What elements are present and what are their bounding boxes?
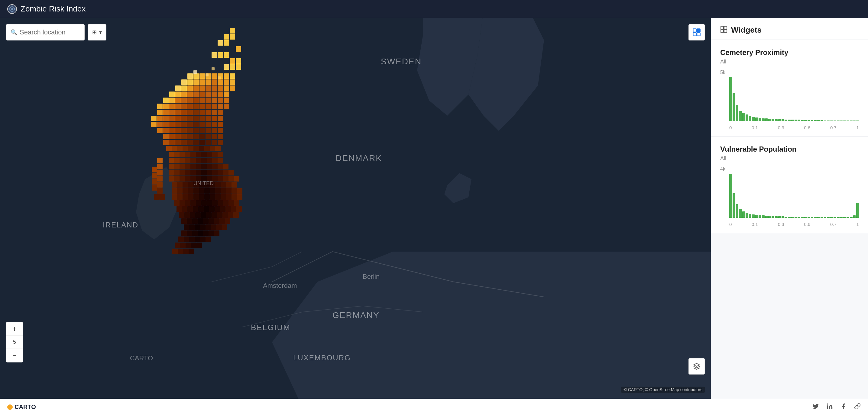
svg-rect-174 [168, 164, 174, 169]
svg-rect-81 [175, 109, 181, 115]
svg-rect-334 [193, 70, 197, 74]
svg-rect-244 [221, 194, 226, 200]
svg-rect-106 [181, 122, 187, 127]
cemetery-chart-x-axis: 0 0.1 0.3 0.6 0.7 1 [729, 125, 859, 130]
topbar: Zombie Risk Index [0, 0, 868, 18]
svg-rect-172 [212, 158, 218, 163]
search-box[interactable]: 🔍 [6, 24, 85, 40]
x-label-03: 0.3 [778, 125, 784, 130]
map-svg: SWEDEN DENMARK IRELAND Amsterdam Berlin … [0, 18, 711, 399]
chart-bar-0 [729, 174, 732, 218]
chart-bar-0 [729, 77, 732, 121]
svg-rect-49 [193, 92, 199, 97]
svg-rect-96 [193, 116, 199, 121]
widget-cemetery-proximity: Cemetery Proximity All 5k 0 0.1 0.3 0.6 … [711, 40, 868, 136]
chart-bar-23 [804, 120, 807, 121]
svg-rect-350 [693, 33, 696, 36]
search-input[interactable] [20, 28, 80, 36]
svg-rect-86 [206, 109, 211, 115]
chart-bar-32 [834, 217, 836, 218]
chart-bar-13 [772, 119, 774, 121]
svg-rect-354 [721, 30, 723, 32]
chart-bar-19 [791, 120, 794, 121]
svg-rect-291 [225, 218, 230, 224]
zoom-in-button[interactable]: + [6, 322, 23, 336]
svg-rect-146 [177, 146, 183, 151]
svg-rect-134 [163, 140, 168, 145]
vulnerable-chart-x-axis: 0 0.1 0.3 0.6 0.7 1 [729, 222, 859, 227]
svg-rect-15 [224, 64, 229, 70]
svg-rect-329 [157, 182, 163, 188]
svg-text:SWEDEN: SWEDEN [381, 57, 422, 66]
zoom-out-button[interactable]: − [6, 349, 23, 362]
layer-toggle-button[interactable] [688, 24, 705, 40]
svg-rect-180 [201, 164, 207, 169]
chart-bar-7 [752, 215, 755, 218]
chart-bar-6 [749, 116, 752, 121]
vulnerable-chart-y-label: 4k [720, 166, 725, 172]
svg-rect-277 [206, 212, 212, 218]
chart-bar-28 [820, 217, 823, 218]
svg-rect-303 [198, 230, 203, 236]
svg-rect-35 [175, 86, 181, 91]
chart-bar-30 [827, 217, 830, 218]
svg-rect-90 [157, 116, 163, 121]
svg-rect-276 [201, 212, 206, 218]
svg-rect-274 [190, 212, 195, 218]
chart-bar-14 [775, 119, 778, 121]
x-label-06: 0.6 [804, 222, 810, 227]
filter-button[interactable]: ⊞ ▾ [88, 24, 106, 40]
x-label-1: 1 [857, 222, 859, 227]
svg-rect-125 [169, 134, 175, 139]
chart-bar-26 [814, 120, 817, 121]
svg-rect-102 [157, 122, 163, 127]
chart-bar-20 [795, 120, 797, 121]
svg-rect-325 [157, 170, 163, 175]
layers-button[interactable] [688, 358, 705, 375]
chart-bar-33 [837, 121, 840, 121]
svg-rect-324 [152, 167, 157, 172]
svg-rect-173 [218, 158, 223, 163]
link-icon[interactable] [854, 403, 861, 411]
chart-bar-14 [775, 216, 778, 218]
cemetery-chart-bars [729, 77, 859, 121]
linkedin-icon[interactable] [826, 403, 833, 411]
svg-rect-270 [231, 206, 236, 212]
svg-rect-52 [212, 92, 217, 97]
svg-rect-212 [183, 182, 188, 188]
svg-rect-190 [196, 170, 201, 175]
svg-rect-263 [193, 206, 198, 212]
svg-rect-153 [215, 146, 221, 151]
svg-rect-170 [201, 158, 207, 163]
svg-rect-29 [199, 79, 205, 85]
facebook-icon[interactable] [840, 403, 847, 411]
right-panel: Widgets Cemetery Proximity All 5k 0 0.1 … [711, 18, 868, 399]
svg-rect-220 [226, 182, 231, 188]
map-bottom-right [688, 358, 705, 375]
zoom-controls: + 5 − [6, 322, 23, 362]
map-controls-top: 🔍 ⊞ ▾ [6, 24, 106, 40]
svg-rect-288 [209, 218, 214, 224]
chart-bar-22 [801, 120, 804, 121]
chart-bar-12 [768, 216, 771, 218]
svg-rect-141 [206, 140, 211, 145]
svg-rect-209 [234, 176, 239, 182]
svg-rect-337 [218, 76, 221, 79]
svg-rect-140 [199, 140, 205, 145]
svg-rect-239 [193, 194, 199, 200]
chart-bar-4 [742, 113, 745, 121]
svg-rect-44 [230, 86, 235, 91]
chart-bar-2 [736, 105, 739, 121]
svg-rect-326 [152, 173, 157, 179]
chart-bar-26 [814, 217, 817, 218]
logo-text: CARTO [14, 404, 36, 411]
chart-bar-16 [781, 119, 784, 121]
chart-bar-29 [824, 121, 827, 121]
svg-rect-88 [218, 109, 223, 115]
svg-rect-200 [185, 176, 190, 182]
svg-rect-103 [163, 122, 168, 127]
cemetery-proximity-filter: All [720, 59, 859, 65]
svg-rect-336 [212, 67, 215, 70]
twitter-icon[interactable] [812, 403, 819, 411]
svg-rect-151 [204, 146, 210, 151]
